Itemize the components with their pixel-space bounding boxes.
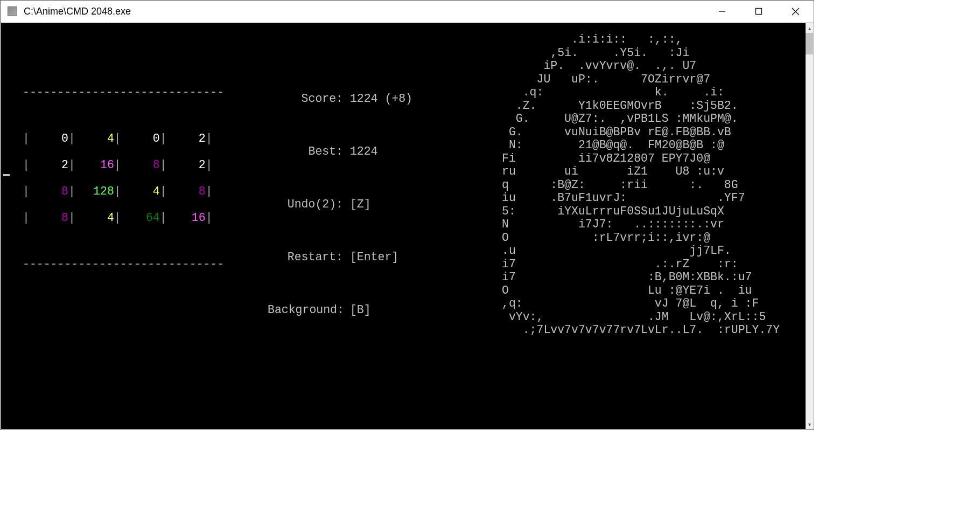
board-cell: 2 xyxy=(30,152,68,178)
text-cursor xyxy=(3,174,10,176)
cell-divider: | xyxy=(160,132,167,145)
ascii-art: .i:i:i:: :,::, ,5i. .Y5i. :Ji iP. .vvYvr… xyxy=(502,33,780,337)
board-border-top: ----------------------------- xyxy=(23,86,224,99)
cell-divider: | xyxy=(114,185,121,198)
board-cell: 2 xyxy=(167,126,206,152)
maximize-icon xyxy=(755,8,762,15)
cell-divider: | xyxy=(68,158,75,171)
board-row: |0|4|0|2| xyxy=(23,126,216,152)
board-cell: 8 xyxy=(167,178,206,205)
board-row: |8|4|64|16| xyxy=(23,205,216,231)
close-button[interactable] xyxy=(777,1,814,22)
board-row: |2|16|8|2| xyxy=(23,152,216,178)
score-value: 1224 (+8) xyxy=(350,92,412,105)
board-cell: 4 xyxy=(75,126,114,152)
scrollbar-vertical[interactable]: ▴ ▾ xyxy=(806,23,813,429)
scroll-up-button[interactable]: ▴ xyxy=(806,23,813,33)
board-border-bottom: ----------------------------- xyxy=(23,258,224,271)
cell-divider: | xyxy=(160,158,167,171)
cell-divider: | xyxy=(23,158,30,171)
cell-divider: | xyxy=(206,158,213,171)
cell-divider: | xyxy=(160,211,167,224)
board-cell: 8 xyxy=(30,178,68,205)
undo-key: [Z] xyxy=(350,198,371,211)
cell-divider: | xyxy=(23,132,30,145)
cell-divider: | xyxy=(68,185,75,198)
board-cell: 64 xyxy=(121,205,160,231)
undo-label: Undo(2): xyxy=(268,191,343,218)
board-cell: 8 xyxy=(121,152,160,178)
cell-divider: | xyxy=(114,158,121,171)
cell-divider: | xyxy=(206,211,213,224)
scroll-down-button[interactable]: ▾ xyxy=(806,419,813,429)
board-cell: 128 xyxy=(75,178,114,205)
cell-divider: | xyxy=(23,211,30,224)
best-label: Best: xyxy=(268,138,343,165)
board-cell: 16 xyxy=(75,152,114,178)
titlebar[interactable]: C:\Anime\CMD 2048.exe xyxy=(1,1,814,23)
cell-divider: | xyxy=(114,211,121,224)
cell-divider: | xyxy=(114,132,121,145)
cell-divider: | xyxy=(68,132,75,145)
board-cell: 2 xyxy=(167,152,206,178)
board-row: |8|128|4|8| xyxy=(23,178,216,205)
restart-label: Restart: xyxy=(268,244,343,271)
svg-line-3 xyxy=(792,8,799,15)
board-cell: 4 xyxy=(121,178,160,205)
app-window: C:\Anime\CMD 2048.exe ------------------… xyxy=(0,0,814,430)
app-icon xyxy=(8,6,17,16)
info-panel: Score: 1224 (+8) Best: 1224 Undo(2): [Z]… xyxy=(216,59,412,350)
window-controls xyxy=(704,1,814,22)
cell-divider: | xyxy=(206,185,213,198)
svg-line-2 xyxy=(792,8,799,15)
console-area[interactable]: ----------------------------- |0|4|0|2||… xyxy=(1,23,806,429)
minimize-button[interactable] xyxy=(704,1,740,22)
cell-divider: | xyxy=(68,211,75,224)
cell-divider: | xyxy=(160,185,167,198)
window-title: C:\Anime\CMD 2048.exe xyxy=(24,1,704,23)
background-key: [B] xyxy=(350,303,371,316)
board-cell: 0 xyxy=(121,126,160,152)
background-label: Background: xyxy=(268,297,343,323)
best-value: 1224 xyxy=(350,145,378,158)
game-board: ----------------------------- |0|4|0|2||… xyxy=(23,59,216,297)
score-label: Score: xyxy=(268,86,343,112)
svg-rect-1 xyxy=(756,9,762,15)
minimize-icon xyxy=(718,8,726,15)
restart-key: [Enter] xyxy=(350,251,398,264)
board-cell: 4 xyxy=(75,205,114,231)
maximize-button[interactable] xyxy=(740,1,777,22)
scroll-thumb[interactable] xyxy=(806,33,813,54)
board-cell: 0 xyxy=(30,126,68,152)
close-icon xyxy=(792,8,800,16)
board-cell: 8 xyxy=(30,205,68,231)
cell-divider: | xyxy=(206,132,213,145)
cell-divider: | xyxy=(23,185,30,198)
board-cell: 16 xyxy=(167,205,206,231)
